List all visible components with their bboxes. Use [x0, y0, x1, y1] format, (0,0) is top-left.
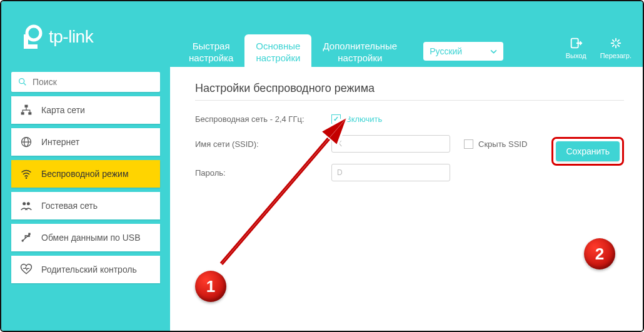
password-label: Пароль: — [195, 168, 331, 178]
wireless-24-label: Беспроводная сеть - 2,4 ГГц: — [195, 114, 331, 124]
tab-basic-settings[interactable]: Основные настройки — [244, 34, 311, 67]
ssid-input[interactable] — [331, 135, 450, 153]
reboot-button[interactable]: Перезагр. — [600, 36, 631, 59]
svg-rect-16 — [28, 112, 31, 114]
sidebar-item-label: Карта сети — [41, 105, 85, 116]
tab-quick-setup[interactable]: Быстрая настройка — [178, 34, 244, 67]
sidebar-item-usb-sharing[interactable]: Обмен данными по USB — [11, 224, 160, 251]
svg-point-0 — [27, 26, 41, 40]
sidebar-item-label: Гостевая сеть — [41, 201, 98, 211]
sidebar-item-guest-network[interactable]: Гостевая сеть — [11, 192, 160, 219]
sidebar-item-internet[interactable]: Интернет — [11, 128, 160, 156]
svg-line-9 — [618, 45, 619, 46]
logout-icon — [569, 36, 583, 50]
wifi-icon — [20, 168, 33, 180]
svg-rect-15 — [21, 112, 24, 114]
chevron-down-icon — [490, 48, 497, 55]
svg-line-10 — [613, 45, 614, 46]
hide-ssid-checkbox[interactable] — [464, 139, 473, 149]
search-input[interactable] — [33, 72, 154, 92]
reboot-icon — [609, 36, 623, 50]
svg-line-8 — [613, 40, 614, 41]
svg-point-20 — [26, 177, 28, 179]
svg-rect-2 — [24, 44, 38, 49]
svg-rect-24 — [28, 233, 30, 235]
svg-rect-14 — [25, 105, 28, 108]
guests-icon — [20, 199, 33, 212]
svg-line-13 — [24, 83, 26, 85]
svg-point-12 — [19, 79, 24, 84]
page-title: Настройки беспроводного режима — [195, 82, 624, 95]
language-select[interactable]: Русский — [423, 42, 503, 61]
enable-wireless-label: Включить — [346, 114, 382, 124]
usb-icon — [20, 231, 33, 244]
heart-icon — [20, 263, 33, 276]
password-input[interactable] — [331, 164, 450, 181]
svg-line-11 — [618, 40, 619, 41]
network-map-icon — [20, 104, 33, 116]
header-bar: tp-link Быстрая настройка Основные настр… — [1, 1, 643, 67]
tab-advanced-settings[interactable]: Дополнительные настройки — [311, 34, 408, 67]
brand-logo: tp-link — [1, 24, 170, 67]
globe-icon — [20, 136, 33, 148]
enable-wireless-checkbox[interactable] — [331, 114, 341, 124]
svg-point-21 — [23, 202, 26, 205]
annotation-badge-2: 2 — [584, 238, 615, 269]
sidebar-item-label: Интернет — [41, 137, 79, 148]
sidebar-item-label: Родительский контроль — [41, 264, 137, 275]
sidebar-item-network-map[interactable]: Карта сети — [11, 96, 160, 124]
sidebar: Карта сети Интернет Беспроводной режим Г… — [1, 67, 170, 332]
main-tabs: Быстрая настройка Основные настройки Доп… — [178, 34, 408, 67]
sidebar-item-wireless[interactable]: Беспроводной режим — [11, 160, 160, 188]
save-button[interactable]: Сохранить — [556, 141, 620, 161]
save-button-highlight: Сохранить — [551, 137, 624, 166]
sidebar-item-label: Обмен данными по USB — [41, 233, 141, 243]
annotation-badge-1: 1 — [195, 271, 226, 302]
hide-ssid-label: Скрыть SSID — [478, 139, 527, 149]
tplink-logo-icon — [20, 24, 45, 49]
svg-point-22 — [27, 202, 30, 205]
sidebar-item-label: Беспроводной режим — [41, 169, 129, 179]
brand-name: tp-link — [49, 27, 93, 47]
logout-button[interactable]: Выход — [566, 36, 586, 59]
main-panel: Настройки беспроводного режима Беспровод… — [170, 67, 643, 332]
search-icon — [18, 77, 28, 87]
ssid-label: Имя сети (SSID): — [195, 139, 331, 149]
sidebar-item-parental-control[interactable]: Родительский контроль — [11, 256, 160, 283]
search-box[interactable] — [11, 72, 160, 92]
divider — [195, 100, 624, 101]
